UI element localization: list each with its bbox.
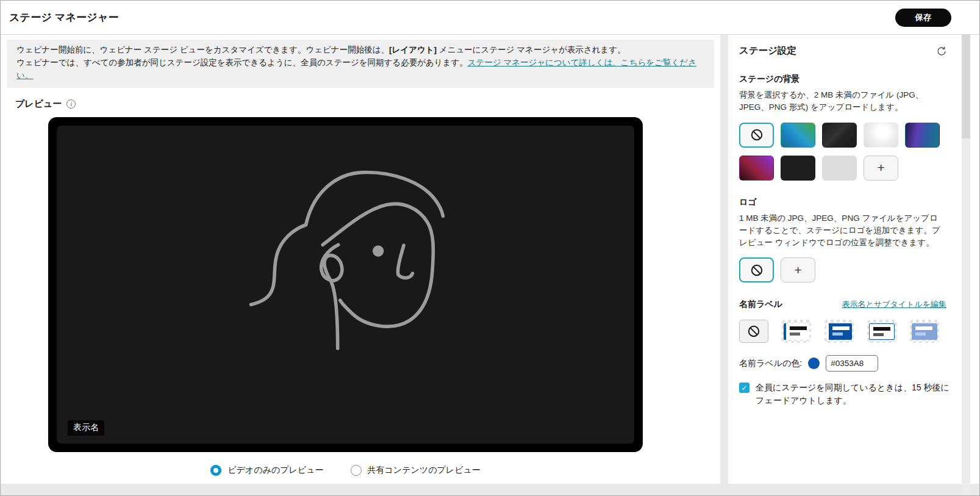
logo-section-description: 1 MB 未満の JPG、JPEG、PNG ファイルをアップロードすることで、ス… (739, 212, 944, 250)
name-label-style-options (739, 320, 946, 343)
name-label-style-none[interactable] (739, 320, 768, 343)
sync-fadeout-text: 全員にステージを同期しているときは、15 秒後にフェードアウトします。 (756, 381, 951, 407)
color-hex-input[interactable] (826, 355, 878, 372)
plus-icon: + (794, 263, 801, 278)
radio-selected-icon[interactable] (210, 465, 221, 476)
display-name-label[interactable]: 表示名 (68, 420, 104, 436)
background-option-blue-green[interactable] (781, 123, 815, 148)
radio-shared-content[interactable]: 共有コンテンツのプレビュー (351, 465, 481, 476)
refresh-icon[interactable] (936, 46, 947, 57)
name-label-style-white-accent[interactable] (782, 320, 811, 343)
name-label-style-light-blue[interactable] (910, 320, 939, 343)
background-option-dark-swirl[interactable] (822, 123, 857, 148)
banner-line2-text: ウェビナーでは、すべての参加者が同じステージ設定を表示できるように、全員のステー… (16, 58, 468, 67)
radio-video-only[interactable]: ビデオのみのプレビュー (210, 465, 323, 476)
preview-section: ウェビナー開始前に、ウェビナー ステージ ビューをカスタマイズできます。ウェビナ… (1, 35, 720, 484)
banner-line1-text: ウェビナー開始前に、ウェビナー ステージ ビューをカスタマイズできます。ウェビナ… (16, 45, 389, 54)
page-title: ステージ マネージャー (9, 10, 119, 24)
stage-preview[interactable]: 表示名 (48, 117, 643, 452)
logo-upload-button[interactable]: + (781, 257, 815, 282)
info-banner: ウェビナー開始前に、ウェビナー ステージ ビューをカスタマイズできます。ウェビナ… (7, 40, 714, 88)
radio-shared-content-label: 共有コンテンツのプレビュー (368, 465, 481, 476)
info-icon[interactable]: i (66, 99, 76, 109)
no-logo-icon (750, 264, 764, 277)
scrollbar-thumb[interactable] (962, 35, 970, 138)
logo-section-title: ロゴ (739, 197, 947, 208)
no-name-label-icon (747, 325, 760, 338)
header: ステージ マネージャー 保存 (1, 1, 979, 35)
name-label-style-blue-filled[interactable] (824, 320, 854, 343)
avatar-placeholder-icon (234, 148, 458, 358)
logo-options: + (739, 257, 947, 282)
background-section-title: ステージの背景 (739, 74, 947, 85)
banner-line1-bold: [レイアウト] (389, 45, 437, 54)
stage-settings-panel: ステージ設定 ステージの背景 背景を選択するか、2 MB 未満のファイル (JP… (728, 35, 962, 484)
background-upload-button[interactable]: + (864, 156, 898, 181)
background-option-light-gray[interactable] (822, 156, 857, 181)
preview-mode-radios: ビデオのみのプレビュー 共有コンテンツのプレビュー (48, 465, 643, 476)
name-label-style-white-outlined[interactable] (867, 320, 896, 343)
edit-display-name-link[interactable]: 表示名とサブタイトルを編集 (842, 299, 946, 310)
radio-unselected-icon[interactable] (351, 465, 362, 476)
name-label-section-title: 名前ラベル (739, 299, 782, 310)
sync-fadeout-option: ✓ 全員にステージを同期しているときは、15 秒後にフェードアウトします。 (739, 381, 951, 407)
color-swatch[interactable] (808, 358, 820, 369)
background-option-none[interactable] (739, 123, 774, 148)
preview-title: プレビュー (15, 98, 62, 110)
scrollbar-track[interactable] (962, 35, 970, 496)
plus-icon: + (877, 160, 884, 175)
background-option-red-purple[interactable] (739, 156, 774, 181)
radio-video-only-label: ビデオのみのプレビュー (227, 465, 323, 476)
no-background-icon (750, 128, 764, 142)
checkbox-checked-icon[interactable]: ✓ (739, 383, 749, 393)
background-options: + (739, 123, 946, 181)
main-area: ウェビナー開始前に、ウェビナー ステージ ビューをカスタマイズできます。ウェビナ… (1, 35, 979, 496)
logo-option-none[interactable] (739, 257, 774, 282)
background-option-black[interactable] (781, 156, 815, 181)
background-option-purple-teal[interactable] (905, 123, 940, 148)
content-divider (720, 35, 728, 496)
right-margin (970, 35, 979, 484)
background-option-light-swirl[interactable] (864, 123, 898, 148)
stage-video-area: 表示名 (57, 126, 634, 444)
banner-line1-after: メニューにステージ マネージャが表示されます。 (437, 45, 626, 54)
panel-title: ステージ設定 (739, 45, 796, 57)
background-section-description: 背景を選択するか、2 MB 未満のファイル (JPG、JPEG、PNG 形式) … (739, 89, 944, 114)
name-label-color-label: 名前ラベルの色: (739, 358, 802, 369)
save-button[interactable]: 保存 (895, 9, 951, 27)
